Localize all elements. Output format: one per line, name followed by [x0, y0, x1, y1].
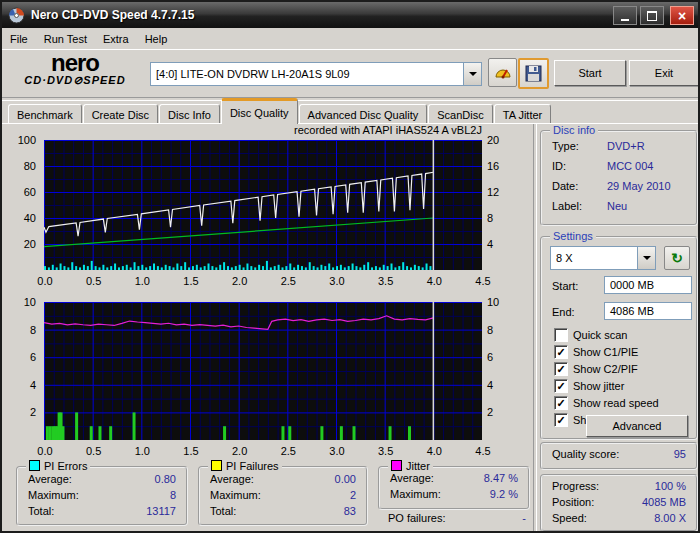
- start-field[interactable]: 0000 MB: [604, 276, 692, 294]
- pi-errors-box: PI Errors Average:0.80 Maximum:8 Total:1…: [16, 466, 188, 526]
- y-axis-right-tick: 4: [487, 238, 493, 250]
- y-axis-left-tick: 40: [8, 212, 36, 224]
- y-axis-right-tick: 8: [487, 212, 493, 224]
- disc-label-value: Neu: [607, 200, 627, 212]
- pi-failures-legend-icon: [211, 460, 222, 471]
- quality-score-label: Quality score:: [552, 448, 619, 460]
- y-axis-left-tick: 8: [8, 324, 36, 336]
- drive-select-drop[interactable]: [463, 63, 481, 85]
- menu-help[interactable]: Help: [137, 30, 176, 48]
- pie-total-label: Total:: [28, 505, 54, 517]
- pi-failures-title: PI Failures: [208, 460, 282, 472]
- x-axis-tick: 3.5: [375, 445, 397, 457]
- speed-select-drop[interactable]: [637, 247, 655, 269]
- chevron-down-icon: [643, 256, 651, 260]
- advanced-button[interactable]: Advanced: [586, 415, 688, 437]
- y-axis-left-tick: 2: [8, 406, 36, 418]
- chevron-down-icon: [469, 72, 477, 76]
- pi-failures-box: PI Failures Average:0.00 Maximum:2 Total…: [198, 466, 368, 526]
- menu-file[interactable]: File: [2, 30, 36, 48]
- x-axis-tick: 1.5: [180, 275, 202, 287]
- disc-type-label: Type:: [552, 140, 579, 152]
- po-failures-value: -: [522, 512, 526, 524]
- logo-product-b: SPEED: [83, 74, 125, 86]
- refresh-icon: ↻: [671, 250, 683, 266]
- disc-id-value: MCC 004: [607, 160, 653, 172]
- po-failures-label: PO failures:: [388, 512, 445, 524]
- pie-total-value: 13117: [146, 505, 176, 517]
- jitter-pif-chart: 1086421086420.00.51.01.52.02.53.03.54.04…: [2, 302, 536, 460]
- drive-select[interactable]: [4:0] LITE-ON DVDRW LH-20A1S 9L09: [150, 62, 482, 86]
- start-field-label: Start:: [552, 280, 578, 292]
- y-axis-left-tick: 60: [8, 186, 36, 198]
- tab-strip: Benchmark Create Disc Disc Info Disc Qua…: [8, 102, 552, 124]
- tab-benchmark[interactable]: Benchmark: [8, 104, 82, 124]
- refresh-button[interactable]: ↻: [664, 246, 690, 270]
- quick-scan-checkbox[interactable]: ✓ Quick scan: [554, 328, 627, 342]
- disc-label-label: Label:: [552, 200, 582, 212]
- x-axis-tick: 3.5: [375, 275, 397, 287]
- title-bar[interactable]: Nero CD-DVD Speed 4.7.7.15 ×: [2, 2, 698, 28]
- tab-create-disc[interactable]: Create Disc: [83, 104, 158, 124]
- panel-divider: [533, 124, 537, 532]
- tab-ta-jitter[interactable]: TA Jitter: [494, 104, 552, 124]
- x-axis-tick: 0.0: [34, 445, 56, 457]
- x-axis-tick: 1.5: [180, 445, 202, 457]
- progress-box: Progress: 100 % Position: 4085 MB Speed:…: [540, 474, 698, 532]
- tab-disc-quality[interactable]: Disc Quality: [221, 98, 298, 124]
- logo-product: CD·DVD⊘SPEED: [16, 74, 134, 87]
- checkbox-icon: ✓: [554, 396, 568, 410]
- jitter-pif-plot: [44, 302, 482, 440]
- minimize-button[interactable]: [613, 6, 637, 25]
- pif-total-value: 83: [344, 505, 356, 517]
- pie-max-value: 8: [170, 489, 176, 501]
- x-axis-tick: 3.0: [326, 275, 348, 287]
- jitter-title: Jitter: [388, 460, 433, 472]
- drive-select-value: [4:0] LITE-ON DVDRW LH-20A1S 9L09: [151, 68, 463, 80]
- x-axis-tick: 1.0: [131, 275, 153, 287]
- y-axis-right-tick: 20: [487, 134, 499, 146]
- x-axis-tick: 0.0: [34, 275, 56, 287]
- save-button[interactable]: [518, 58, 549, 89]
- show-jitter-checkbox[interactable]: ✓ Show jitter: [554, 379, 624, 393]
- toolbar: nero CD·DVD⊘SPEED [4:0] LITE-ON DVDRW LH…: [2, 50, 698, 97]
- jitter-box: Jitter Average:8.47 % Maximum:9.2 %: [378, 466, 530, 510]
- menu-run-test[interactable]: Run Test: [36, 30, 95, 48]
- position-label: Position:: [552, 496, 594, 508]
- menu-extra[interactable]: Extra: [95, 30, 137, 48]
- disc-info-title: Disc info: [550, 124, 598, 136]
- end-field[interactable]: 4086 MB: [604, 302, 692, 320]
- disc-quality-main-plot: [44, 140, 482, 270]
- show-c1-pie-label: Show C1/PIE: [573, 346, 638, 358]
- show-read-speed-label: Show read speed: [573, 397, 659, 409]
- quality-score-value: 95: [674, 448, 686, 460]
- pif-max-label: Maximum:: [210, 489, 261, 501]
- x-axis-tick: 1.0: [131, 445, 153, 457]
- start-button[interactable]: Start: [554, 60, 626, 86]
- speed-select-value: 8 X: [551, 252, 637, 264]
- tab-disc-info[interactable]: Disc Info: [159, 104, 220, 124]
- speed-select[interactable]: 8 X: [550, 246, 656, 270]
- close-button[interactable]: ×: [670, 6, 694, 25]
- maximize-button[interactable]: [640, 6, 664, 25]
- tab-advanced-disc-quality[interactable]: Advanced Disc Quality: [299, 104, 428, 124]
- nero-logo: nero CD·DVD⊘SPEED: [16, 52, 134, 87]
- tab-scandisc[interactable]: ScanDisc: [428, 104, 492, 124]
- show-c1-pie-checkbox[interactable]: ✓ Show C1/PIE: [554, 345, 638, 359]
- x-axis-tick: 0.5: [83, 275, 105, 287]
- main-scan-chart: 10080604020201612840.00.51.01.52.02.53.0…: [2, 140, 536, 290]
- disc-info-group: Disc info Type:DVD+R ID:MCC 004 Date:29 …: [540, 130, 698, 226]
- checkbox-icon: ✓: [554, 362, 568, 376]
- end-field-label: End:: [552, 306, 575, 318]
- x-axis-tick: 0.5: [83, 445, 105, 457]
- disc-type-value: DVD+R: [607, 140, 645, 152]
- speed-test-button[interactable]: [488, 58, 517, 87]
- progress-label: Progress:: [552, 480, 599, 492]
- pi-errors-legend-icon: [29, 460, 40, 471]
- quick-scan-label: Quick scan: [573, 329, 627, 341]
- close-icon: ×: [678, 9, 686, 23]
- show-read-speed-checkbox[interactable]: ✓ Show read speed: [554, 396, 659, 410]
- exit-button[interactable]: Exit: [629, 60, 699, 86]
- jitter-max-value: 9.2 %: [490, 488, 518, 500]
- show-c2-pif-checkbox[interactable]: ✓ Show C2/PIF: [554, 362, 638, 376]
